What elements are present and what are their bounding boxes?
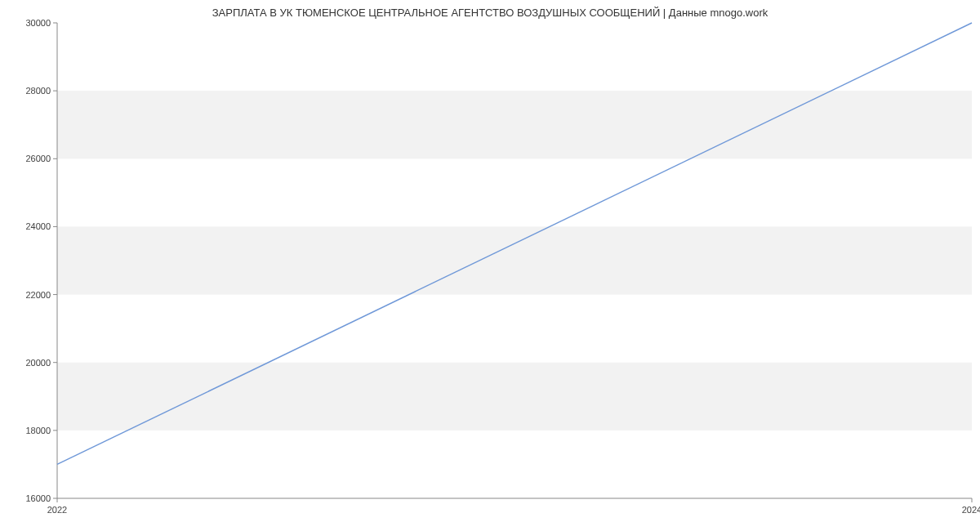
x-tick-label: 2024 [962, 505, 980, 515]
y-tick-label: 22000 [25, 290, 51, 300]
y-tick-label: 30000 [25, 18, 51, 28]
y-tick-label: 26000 [25, 154, 51, 163]
y-tick-label: 16000 [25, 493, 51, 503]
y-tick-label: 20000 [25, 358, 51, 368]
x-tick-label: 2022 [47, 505, 67, 515]
y-tick-label: 18000 [25, 426, 51, 435]
grid-band [57, 226, 972, 294]
grid-band [57, 363, 972, 431]
chart-container: ЗАРПЛАТА В УК ТЮМЕНСКОЕ ЦЕНТРАЛЬНОЕ АГЕН… [0, 0, 980, 531]
grid-band [57, 91, 972, 158]
y-tick-label: 28000 [25, 86, 51, 96]
y-tick-label: 24000 [25, 221, 51, 231]
chart-svg: 1600018000200002200024000260002800030000… [0, 0, 980, 531]
